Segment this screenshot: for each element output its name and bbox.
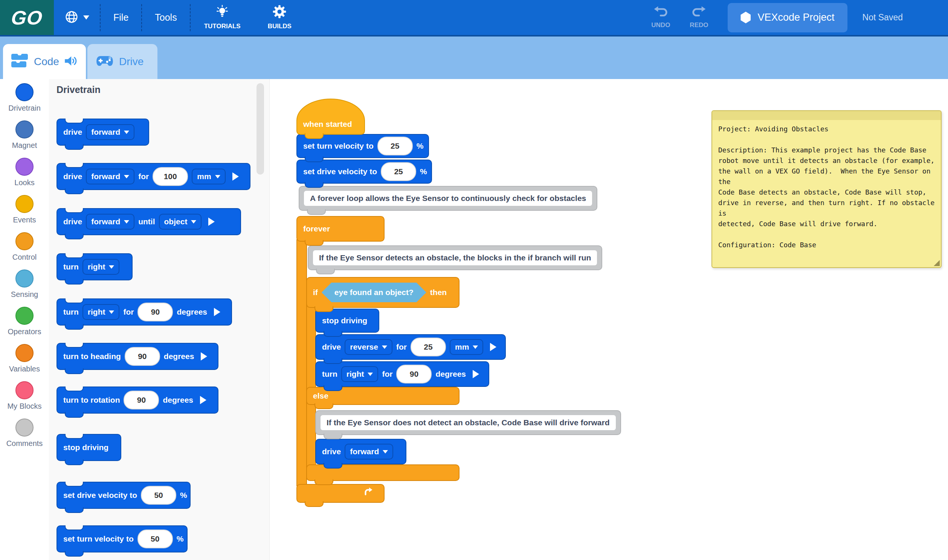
hexagon-brain-icon	[740, 12, 751, 23]
number-input[interactable]: 25	[378, 137, 413, 155]
sensing-category-icon	[15, 269, 34, 288]
expand-arrow-icon[interactable]	[490, 343, 496, 351]
go-logo: GO	[0, 0, 54, 35]
dropdown-object[interactable]: object	[159, 214, 202, 229]
note-text[interactable]: Project: Avoiding Obstacles Description:…	[712, 120, 941, 254]
number-input[interactable]: 90	[396, 365, 432, 383]
number-input[interactable]: 90	[123, 391, 159, 409]
expand-arrow-icon[interactable]	[201, 352, 207, 360]
canvas-comment-cm1[interactable]: A forever loop allows the Eye Sensor to …	[299, 186, 597, 211]
tab-drive[interactable]: Drive	[87, 44, 157, 79]
palette-block-1[interactable]: driveforward	[57, 118, 149, 146]
sidebar-item-sensing[interactable]: Sensing	[0, 265, 49, 303]
expand-arrow-icon[interactable]	[214, 308, 220, 316]
dropdown-forward[interactable]: forward	[86, 169, 134, 185]
dropdown-value: object	[164, 217, 188, 226]
canvas-block-turn[interactable]: turnrightfor90degrees	[315, 361, 489, 387]
note-resize-handle[interactable]	[934, 260, 940, 266]
canvas-comment-cm2[interactable]: If the Eye Sensor detects an obstacle, t…	[308, 245, 602, 270]
palette-block-9[interactable]: set drive velocity to50%	[57, 482, 191, 509]
project-note[interactable]: Project: Avoiding Obstacles Description:…	[711, 110, 942, 268]
expand-arrow-icon[interactable]	[208, 217, 215, 226]
redo-button[interactable]: REDO	[690, 6, 708, 29]
dropdown-value: right	[347, 369, 364, 378]
tools-menu[interactable]: Tools	[142, 0, 190, 35]
canvas-block-hat[interactable]: when started	[296, 98, 365, 135]
palette-block-7[interactable]: turn to rotation90degrees	[57, 386, 219, 414]
dropdown-value: reverse	[350, 343, 378, 351]
number-input[interactable]: 50	[141, 486, 176, 505]
comment-text: If the Eye Sensor detects an obstacle, t…	[313, 250, 597, 265]
palette-block-8[interactable]: stop driving	[57, 434, 121, 461]
tab-code-label: Code	[34, 56, 59, 68]
events-category-icon	[15, 195, 34, 213]
number-input[interactable]: 25	[410, 338, 446, 356]
dropdown-right[interactable]: right	[82, 304, 120, 320]
note-drag-handle[interactable]	[712, 111, 941, 120]
dropdown-reverse[interactable]: reverse	[345, 339, 393, 355]
block-label: %	[420, 167, 427, 176]
palette-block-4[interactable]: turnright	[57, 253, 133, 280]
sidebar-item-my-blocks[interactable]: My Blocks	[0, 377, 49, 414]
number-input[interactable]: 90	[125, 347, 160, 366]
canvas-comment-cm3[interactable]: If the Eye Sensor does not detect an obs…	[315, 410, 621, 435]
dropdown-value: right	[88, 308, 105, 317]
dropdown-right[interactable]: right	[82, 259, 120, 275]
sidebar-item-looks[interactable]: Looks	[0, 154, 49, 191]
dropdown-mm[interactable]: mm	[450, 339, 483, 355]
canvas-block-stop[interactable]: stop driving	[315, 309, 379, 333]
tab-drive-label: Drive	[119, 56, 143, 68]
dropdown-forward[interactable]: forward	[86, 124, 134, 140]
canvas-block-dfwd[interactable]: driveforward	[315, 439, 406, 465]
number-input[interactable]: 90	[137, 303, 173, 322]
sensing-condition-hexagon[interactable]: eye found an object?	[322, 283, 426, 302]
tutorials-button[interactable]: TUTORIALS	[191, 0, 254, 35]
chevron-down-icon	[124, 220, 129, 226]
speaker-icon[interactable]	[65, 55, 77, 68]
expand-arrow-icon[interactable]	[200, 396, 207, 404]
dropdown-right[interactable]: right	[341, 366, 379, 382]
dropdown-forward[interactable]: forward	[86, 214, 134, 229]
chevron-down-icon	[83, 15, 89, 23]
palette-block-3[interactable]: driveforwarduntilobject	[57, 208, 241, 235]
block-label: forever	[303, 224, 330, 233]
expand-arrow-icon[interactable]	[473, 370, 479, 378]
project-name-button[interactable]: VEXcode Project	[728, 3, 847, 32]
expand-arrow-icon[interactable]	[233, 172, 239, 181]
palette-block-10[interactable]: set turn velocity to50%	[57, 525, 188, 552]
sidebar-item-drivetrain[interactable]: Drivetrain	[0, 79, 49, 116]
number-input[interactable]: 25	[381, 162, 416, 181]
undo-button[interactable]: UNDO	[651, 6, 670, 29]
chevron-down-icon	[215, 175, 220, 181]
chevron-down-icon	[109, 265, 114, 271]
save-status: Not Saved	[863, 12, 903, 23]
sidebar-item-operators[interactable]: Operators	[0, 303, 49, 340]
variables-category-icon	[15, 344, 34, 362]
canvas-block-fend[interactable]	[296, 484, 385, 503]
dropdown-forward[interactable]: forward	[345, 444, 393, 460]
canvas-block-fhead[interactable]: forever	[296, 216, 385, 242]
tab-code[interactable]: Code	[3, 44, 86, 79]
block-label: %	[416, 142, 424, 151]
sidebar-item-comments[interactable]: Comments	[0, 414, 49, 452]
number-input[interactable]: 100	[153, 167, 188, 186]
sidebar-item-events[interactable]: Events	[0, 191, 49, 228]
block-label: if	[313, 288, 318, 297]
canvas-block-sdv[interactable]: set drive velocity to25%	[296, 160, 432, 184]
undo-icon	[653, 6, 668, 20]
sidebar-item-magnet[interactable]: Magnet	[0, 116, 49, 154]
sidebar-item-control[interactable]: Control	[0, 228, 49, 265]
sidebar-item-variables[interactable]: Variables	[0, 340, 49, 377]
builds-button[interactable]: BUILDS	[254, 0, 305, 35]
file-menu[interactable]: File	[100, 0, 141, 35]
dropdown-value: forward	[91, 217, 120, 226]
canvas-block-drev[interactable]: drivereversefor25mm	[315, 334, 506, 360]
palette-scrollbar[interactable]	[256, 83, 264, 175]
number-input[interactable]: 50	[137, 529, 173, 548]
language-menu[interactable]	[54, 0, 100, 35]
palette-block-2[interactable]: driveforwardfor100mm	[57, 163, 250, 190]
palette-block-6[interactable]: turn to heading90degrees	[57, 343, 219, 370]
dropdown-mm[interactable]: mm	[192, 169, 225, 185]
palette-block-5[interactable]: turnrightfor90degrees	[57, 298, 232, 326]
canvas-block-ifhead[interactable]: ifeye found an object?then	[306, 277, 459, 308]
